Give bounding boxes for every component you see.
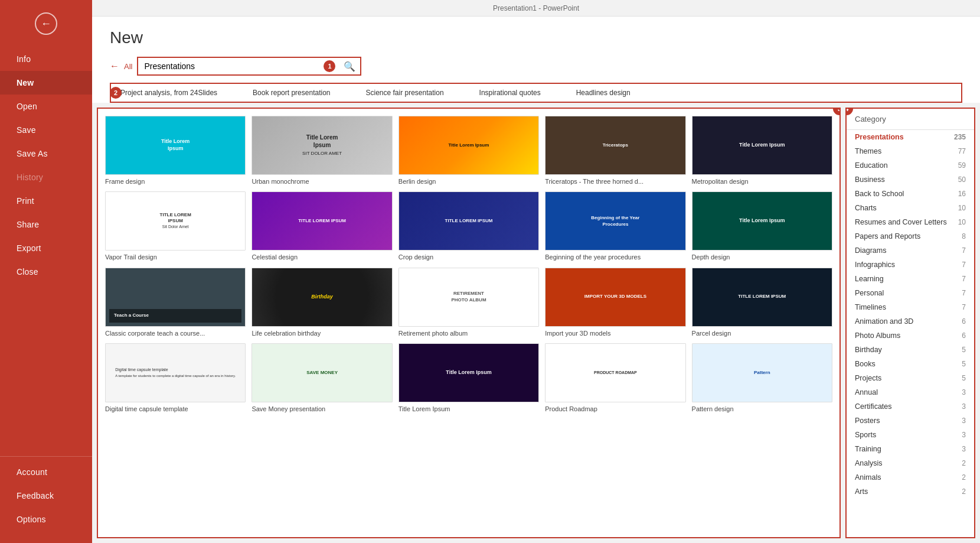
category-item-sports[interactable]: Sports 3 xyxy=(847,428,974,442)
template-card-retirement[interactable]: RETIREMENTPHOTO ALBUM Retirement photo a… xyxy=(398,268,539,337)
template-card-roadmap[interactable]: PRODUCT ROADMAP Product Roadmap xyxy=(545,343,685,413)
sidebar-item-feedback[interactable]: Feedback xyxy=(0,484,92,508)
all-link[interactable]: All xyxy=(124,62,132,71)
template-card-teach[interactable]: Teach a Course Classic corporate teach a… xyxy=(105,268,246,337)
template-card-pattern[interactable]: Pattern Pattern design xyxy=(692,343,832,413)
category-label: Resumes and Cover Letters xyxy=(855,218,947,226)
category-count: 2 xyxy=(962,487,966,496)
sidebar-item-info[interactable]: Info xyxy=(0,47,92,71)
sidebar-item-new[interactable]: New xyxy=(0,71,92,95)
category-count: 16 xyxy=(958,190,966,198)
thumb-text: Pattern xyxy=(752,368,773,378)
category-label: Learning xyxy=(855,275,884,283)
template-thumb-triceratops: Triceratops xyxy=(545,116,685,175)
suggestion-item-1[interactable]: Book report presentation xyxy=(253,89,330,97)
category-item-diagrams[interactable]: Diagrams 7 xyxy=(847,243,974,258)
sidebar-item-print[interactable]: Print xyxy=(0,189,92,213)
category-item-infographics[interactable]: Infographics 7 xyxy=(847,258,974,272)
category-label: Timelines xyxy=(855,303,886,311)
category-count: 8 xyxy=(962,232,966,240)
suggestions-bar: 2 Project analysis, from 24Slides Book r… xyxy=(110,83,962,103)
template-card-savemoney[interactable]: SAVE MONEY Save Money presentation xyxy=(251,343,392,413)
category-count: 5 xyxy=(962,360,966,368)
template-card-depth[interactable]: Title Lorem Ipsum Depth design xyxy=(692,191,832,261)
suggestion-item-4[interactable]: Headlines design xyxy=(576,89,631,97)
sidebar-item-open[interactable]: Open xyxy=(0,95,92,118)
template-card-urban[interactable]: Title LoremIpsumSIT DOLOR AMET Urban mon… xyxy=(251,116,392,186)
category-count: 7 xyxy=(962,303,966,311)
category-item-business[interactable]: Business 50 xyxy=(847,173,974,187)
template-card-capsule[interactable]: Digital time capsule templateA template … xyxy=(105,343,246,413)
template-card-import3d[interactable]: IMPORT YOUR 3D MODELS Import your 3D mod… xyxy=(545,268,685,337)
template-thumb-import3d: IMPORT YOUR 3D MODELS xyxy=(545,268,685,327)
templates-badge: 3 xyxy=(833,108,841,115)
category-item-certificates[interactable]: Certificates 3 xyxy=(847,399,974,414)
template-card-beginning[interactable]: Beginning of the YearProcedures Beginnin… xyxy=(545,191,685,261)
category-item-resumes[interactable]: Resumes and Cover Letters 10 xyxy=(847,215,974,229)
template-card-crop[interactable]: TITLE LOREM IPSUM Crop design xyxy=(398,191,539,261)
category-item-themes[interactable]: Themes 77 xyxy=(847,144,974,158)
template-card-parcel[interactable]: TITLE LOREM IPSUM Parcel design xyxy=(692,268,832,337)
sidebar-item-account[interactable]: Account xyxy=(0,460,92,484)
category-item-projects[interactable]: Projects 5 xyxy=(847,371,974,385)
category-item-birthday[interactable]: Birthday 5 xyxy=(847,343,974,357)
search-button[interactable]: 🔍 xyxy=(339,58,360,74)
templates-panel: 3 Title LoremIpsum Frame design Title Lo… xyxy=(97,108,841,538)
template-card-frame[interactable]: Title LoremIpsum Frame design xyxy=(105,116,246,186)
category-count: 77 xyxy=(958,147,966,155)
sidebar-item-save[interactable]: Save xyxy=(0,118,92,142)
category-item-annual[interactable]: Annual 3 xyxy=(847,385,974,399)
sidebar-item-options[interactable]: Options xyxy=(0,508,92,531)
category-item-personal[interactable]: Personal 7 xyxy=(847,286,974,300)
category-item-animals[interactable]: Animals 2 xyxy=(847,470,974,485)
category-item-education[interactable]: Education 59 xyxy=(847,158,974,173)
category-count: 3 xyxy=(962,388,966,396)
suggestion-item-2[interactable]: Science fair presentation xyxy=(366,89,444,97)
template-card-metro[interactable]: Title Lorem Ipsum Metropolitan design xyxy=(692,116,832,186)
search-input[interactable] xyxy=(138,58,320,74)
thumb-text: TITLE LOREM IPSUM xyxy=(443,216,495,226)
template-card-berlin[interactable]: Title Lorem Ipsum Berlin design xyxy=(398,116,539,186)
template-label-capsule: Digital time capsule template xyxy=(105,405,246,413)
category-item-learning[interactable]: Learning 7 xyxy=(847,272,974,286)
category-item-training[interactable]: Training 3 xyxy=(847,442,974,456)
suggestion-item-3[interactable]: Inspirational quotes xyxy=(479,89,541,97)
category-count: 2 xyxy=(962,473,966,482)
search-box: 1 🔍 xyxy=(137,57,361,76)
thumb-text: Digital time capsule templateA template … xyxy=(112,363,239,382)
template-thumb-depth: Title Lorem Ipsum xyxy=(692,191,832,251)
category-item-arts[interactable]: Arts 2 xyxy=(847,485,974,499)
template-thumb-urban: Title LoremIpsumSIT DOLOR AMET xyxy=(251,116,392,175)
category-count: 7 xyxy=(962,246,966,255)
template-label-teach: Classic corporate teach a course... xyxy=(105,329,246,337)
thumb-text: Beginning of the YearProcedures xyxy=(589,212,642,230)
category-item-charts[interactable]: Charts 10 xyxy=(847,201,974,215)
back-button[interactable]: ← xyxy=(28,6,64,41)
all-back-arrow[interactable]: ← xyxy=(110,61,119,71)
category-item-analysis[interactable]: Analysis 2 xyxy=(847,456,974,470)
category-item-posters[interactable]: Posters 3 xyxy=(847,414,974,428)
template-card-celestial[interactable]: TITLE LOREM IPSUM Celestial design xyxy=(251,191,392,261)
category-item-papers[interactable]: Papers and Reports 8 xyxy=(847,229,974,243)
sidebar-item-share[interactable]: Share xyxy=(0,213,92,236)
category-item-animation3d[interactable]: Animation and 3D 6 xyxy=(847,314,974,329)
template-card-loremipsum[interactable]: Title Lorem Ipsum Title Lorem Ipsum xyxy=(398,343,539,413)
category-label: Infographics xyxy=(855,261,895,269)
category-item-books[interactable]: Books 5 xyxy=(847,357,974,371)
template-label-loremipsum: Title Lorem Ipsum xyxy=(398,405,539,413)
category-item-presentations[interactable]: Presentations 235 xyxy=(847,130,974,144)
template-thumb-teach: Teach a Course xyxy=(105,268,246,327)
thumb-text: PRODUCT ROADMAP xyxy=(592,368,639,378)
thumb-text: RETIREMENTPHOTO ALBUM xyxy=(449,288,488,305)
sidebar-item-export[interactable]: Export xyxy=(0,236,92,260)
template-card-triceratops[interactable]: Triceratops Triceratops - The three horn… xyxy=(545,116,685,186)
thumb-text: TITLE LOREMIPSUMSit Dolor Amet xyxy=(158,210,194,233)
template-card-vapor[interactable]: TITLE LOREMIPSUMSit Dolor Amet Vapor Tra… xyxy=(105,191,246,261)
sidebar-item-close[interactable]: Close xyxy=(0,260,92,284)
template-card-birthday[interactable]: Birthday Life celebration birthday xyxy=(251,268,392,337)
category-item-photoalbums[interactable]: Photo Albums 6 xyxy=(847,329,974,343)
sidebar-item-save-as[interactable]: Save As xyxy=(0,142,92,165)
suggestion-item-0[interactable]: Project analysis, from 24Slides xyxy=(120,89,217,97)
category-item-backtoschool[interactable]: Back to School 16 xyxy=(847,187,974,201)
category-item-timelines[interactable]: Timelines 7 xyxy=(847,300,974,314)
